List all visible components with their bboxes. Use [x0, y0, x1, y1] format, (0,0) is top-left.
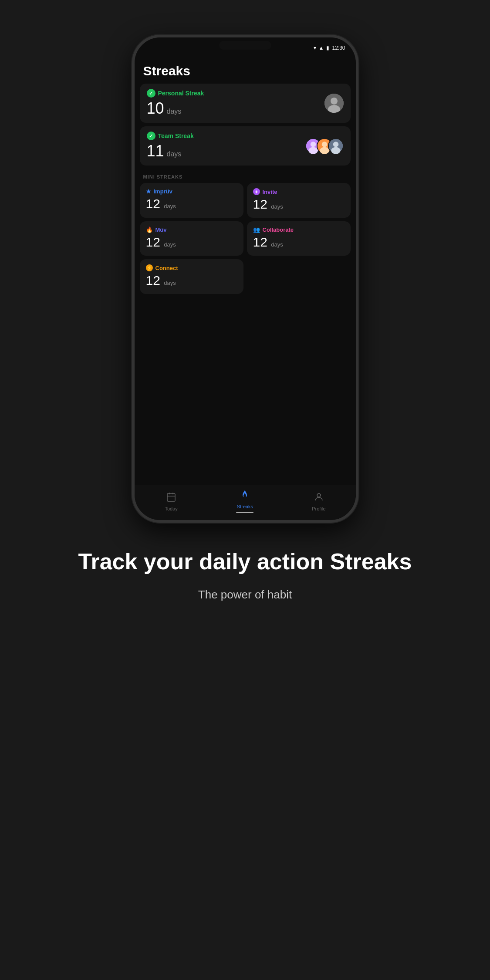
personal-streak-avatar [324, 94, 344, 113]
personal-streak-count: 10 days [147, 99, 204, 118]
mini-single-row: ⚡ Connect 12 days [140, 259, 351, 294]
svg-point-11 [331, 147, 340, 154]
mini-label-impruv: ★ Imprüv [146, 188, 237, 195]
bolt-icon: ⚡ [146, 264, 153, 271]
bottom-nav: Today Streaks [135, 485, 356, 520]
flame-icon [240, 490, 250, 503]
page-title: Streaks [135, 57, 356, 84]
bottom-text-section: Track your daily action Streaks The powe… [52, 549, 438, 602]
mini-card-invite[interactable]: + Invite 12 days [247, 183, 351, 218]
team-streak-card[interactable]: ✓ Team Streak 11 days [140, 126, 351, 166]
battery-icon: ▮ [326, 45, 329, 51]
svg-point-4 [310, 142, 315, 147]
nav-today[interactable]: Today [156, 492, 186, 511]
personal-check-icon: ✓ [147, 89, 155, 98]
team-avatar-3 [328, 138, 344, 154]
mini-count-muv: 12 days [146, 235, 237, 250]
svg-point-7 [321, 142, 327, 147]
mini-count-connect: 12 days [146, 273, 237, 288]
spacer [135, 294, 356, 485]
mini-count-impruv: 12 days [146, 196, 237, 211]
mini-label-connect: ⚡ Connect [146, 264, 237, 271]
team-check-icon: ✓ [147, 132, 155, 140]
wifi-icon: ▾ [314, 45, 316, 51]
main-tagline: Track your daily action Streaks [78, 549, 412, 575]
personal-streak-left: ✓ Personal Streak 10 days [147, 89, 204, 118]
star-icon: ★ [146, 188, 151, 195]
mini-count-collaborate: 12 days [253, 235, 345, 250]
mini-card-impruv[interactable]: ★ Imprüv 12 days [140, 183, 243, 218]
notch [219, 41, 271, 50]
personal-streak-label: ✓ Personal Streak [147, 89, 204, 98]
phone-shell: ▾ ▲ ▮ 12:30 Streaks ✓ Personal Streak [132, 35, 358, 523]
mini-streaks-grid: ★ Imprüv 12 days + Invite [140, 183, 351, 256]
team-streak-left: ✓ Team Streak 11 days [147, 132, 194, 160]
svg-point-16 [317, 493, 321, 497]
status-icons: ▾ ▲ ▮ 12:30 [314, 45, 345, 51]
signal-icon: ▲ [319, 45, 324, 51]
svg-point-1 [331, 98, 338, 105]
svg-point-10 [333, 142, 338, 147]
nav-streaks[interactable]: Streaks [230, 490, 260, 513]
mini-label-invite: + Invite [253, 188, 345, 195]
team-avatars [305, 138, 344, 154]
mini-label-collaborate: 👥 Collaborate [253, 226, 345, 233]
nav-today-label: Today [165, 506, 177, 511]
personal-streak-card[interactable]: ✓ Personal Streak 10 days [140, 84, 351, 123]
status-bar: ▾ ▲ ▮ 12:30 [135, 37, 356, 57]
mini-card-collaborate[interactable]: 👥 Collaborate 12 days [247, 221, 351, 256]
mini-streaks-label: MINI STREAKS [135, 169, 356, 183]
sub-tagline: The power of habit [78, 588, 412, 602]
mini-count-invite: 12 days [253, 197, 345, 212]
team-streak-count: 11 days [147, 142, 194, 160]
svg-point-8 [320, 147, 329, 154]
mini-label-muv: 🔥 Müv [146, 226, 237, 233]
fire-icon: 🔥 [146, 226, 153, 233]
person-icon [314, 492, 324, 505]
nav-profile-label: Profile [312, 506, 325, 511]
nav-streaks-label: Streaks [237, 504, 253, 509]
svg-rect-12 [167, 493, 175, 501]
phone-container: ▾ ▲ ▮ 12:30 Streaks ✓ Personal Streak [132, 35, 358, 523]
team-streak-label: ✓ Team Streak [147, 132, 194, 140]
mini-card-connect[interactable]: ⚡ Connect 12 days [140, 259, 243, 294]
screen-content: Streaks ✓ Personal Streak 10 days [135, 57, 356, 520]
people-icon: 👥 [253, 226, 260, 233]
calendar-icon [166, 492, 176, 505]
plus-circle-icon: + [253, 188, 260, 195]
nav-profile[interactable]: Profile [304, 492, 334, 511]
mini-card-muv[interactable]: 🔥 Müv 12 days [140, 221, 243, 256]
time-display: 12:30 [332, 45, 345, 51]
phone-screen: ▾ ▲ ▮ 12:30 Streaks ✓ Personal Streak [135, 37, 356, 520]
nav-active-indicator [236, 512, 253, 513]
svg-point-5 [308, 147, 318, 154]
